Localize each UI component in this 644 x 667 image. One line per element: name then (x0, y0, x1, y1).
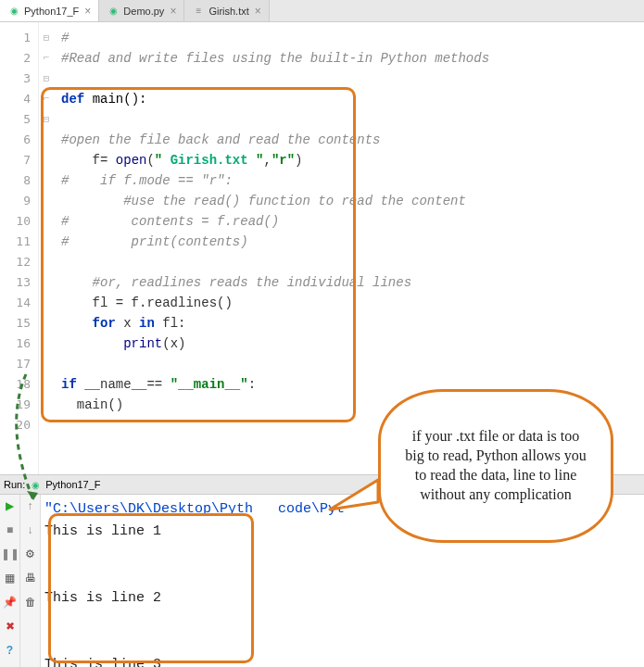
layout-icon[interactable]: ▦ (3, 571, 18, 585)
stop-icon[interactable]: ■ (3, 522, 18, 537)
close-icon[interactable]: × (170, 5, 176, 18)
pause-icon[interactable]: ❚❚ (3, 547, 18, 561)
text-icon: ≡ (192, 5, 205, 18)
tab-label: Python17_F (24, 6, 79, 17)
down-icon[interactable]: ↓ (23, 522, 38, 537)
run-label: Run: (4, 479, 25, 490)
tab-girish[interactable]: ≡ Girish.txt × (184, 0, 269, 21)
python-icon: ◉ (107, 5, 120, 18)
print-icon[interactable]: 🖶 (23, 571, 38, 585)
run-config-name: Python17_F (45, 479, 100, 490)
pin-icon[interactable]: 📌 (3, 595, 18, 610)
code-area[interactable]: ##Read and write files using the built-i… (54, 22, 644, 474)
close-icon[interactable]: × (84, 5, 91, 18)
python-icon: ◉ (29, 478, 42, 491)
python-icon: ◉ (7, 5, 20, 18)
editor-tabbar: ◉ Python17_F × ◉ Demo.py × ≡ Girish.txt … (0, 0, 644, 22)
close-red-icon[interactable]: ✖ (3, 619, 18, 634)
tab-label: Demo.py (123, 6, 164, 17)
tab-python17[interactable]: ◉ Python17_F × (0, 0, 99, 21)
console-output[interactable]: "C:\Users\DK\Desktop\Pyth code\PytThis i… (41, 495, 644, 667)
run-tool-column: ▶ ■ ❚❚ ▦ 📌 ✖ ? (0, 495, 20, 667)
run-toolbar: Run: ◉ Python17_F (0, 474, 644, 495)
up-icon[interactable]: ↑ (23, 498, 38, 513)
close-icon[interactable]: × (255, 5, 261, 18)
run-icon[interactable]: ▶ (3, 498, 18, 513)
code-editor[interactable]: 1234567891011121314151617181920 ⊟⌐⊟⌐⊟ ##… (0, 22, 644, 474)
line-gutter: 1234567891011121314151617181920 (0, 22, 39, 474)
help-icon[interactable]: ? (3, 643, 18, 658)
settings-icon[interactable]: ⚙ (23, 547, 38, 561)
trash-icon[interactable]: 🗑 (23, 595, 38, 610)
tab-demo[interactable]: ◉ Demo.py × (99, 0, 184, 21)
fold-column: ⊟⌐⊟⌐⊟ (39, 22, 54, 474)
tab-label: Girish.txt (208, 6, 248, 17)
output-tool-column: ↑ ↓ ⚙ 🖶 🗑 (20, 495, 41, 667)
output-panel: ▶ ■ ❚❚ ▦ 📌 ✖ ? ↑ ↓ ⚙ 🖶 🗑 "C:\Users\DK\De… (0, 495, 644, 667)
